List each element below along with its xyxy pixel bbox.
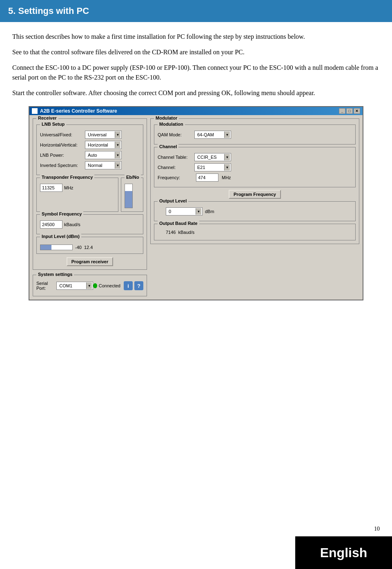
- info-icons: i ?: [124, 281, 143, 290]
- transponder-freq-input[interactable]: [40, 184, 62, 192]
- page-content: This section describes how to make a fir…: [0, 32, 392, 300]
- symbol-freq-unit: kBaud/s: [64, 222, 80, 227]
- win-titlebar: A2B E-series Controller Software _ □ ✕: [29, 107, 363, 115]
- lnb-power-arrow[interactable]: ▼: [115, 152, 120, 158]
- frequency-label: Frequency:: [158, 175, 194, 180]
- serial-port-value: COM1: [58, 283, 86, 288]
- inverted-spectrum-arrow[interactable]: ▼: [115, 162, 120, 169]
- info-icon[interactable]: i: [124, 281, 133, 290]
- qam-mode-value: 64-QAM: [196, 132, 224, 137]
- lnb-power-row: LNB Power: Auto ▼: [40, 151, 140, 159]
- win-title-text: A2B E-series Controller Software: [40, 108, 117, 114]
- lnb-power-select[interactable]: Auto ▼: [85, 151, 122, 159]
- modulation-groupbox: Modulation QAM Mode: 64-QAM ▼: [154, 124, 356, 144]
- restore-button[interactable]: □: [346, 108, 353, 114]
- channel-table-arrow[interactable]: ▼: [224, 154, 230, 160]
- output-level-unit: dBm: [205, 209, 214, 214]
- close-button[interactable]: ✕: [354, 108, 360, 114]
- serial-port-label: Serial Port:: [36, 281, 54, 291]
- universal-fixed-label: Universal/Fixed:: [40, 132, 85, 137]
- channel-title: Channel: [158, 144, 178, 149]
- program-freq-btn-container: Program Frequency: [154, 190, 356, 199]
- frequency-unit: MHz: [222, 175, 231, 180]
- receiver-section: Receiver LNB Setup Universal/Fixed: Univ…: [33, 118, 147, 296]
- frequency-input[interactable]: [196, 173, 218, 182]
- connected-indicator: [93, 283, 97, 288]
- output-level-arrow[interactable]: ▼: [196, 208, 201, 215]
- input-level-value: -40: [75, 245, 82, 250]
- frequency-row: Frequency: MHz: [158, 173, 352, 182]
- input-level-row: -40 12.4: [40, 244, 140, 250]
- ebno-title: Eb/No: [125, 175, 141, 180]
- output-baud-unit: kBaud/s: [178, 230, 194, 235]
- universal-fixed-row: Universal/Fixed: Universal ▼: [40, 131, 140, 139]
- horizontal-vertical-row: Horizontal/Vertical: Horizontal ▼: [40, 141, 140, 149]
- help-icon[interactable]: ?: [134, 281, 143, 290]
- system-settings-title: System settings: [36, 272, 74, 277]
- lnb-setup-title: LNB Setup: [40, 122, 66, 127]
- transponder-freq-groupbox: Transponder Frequency MHz: [36, 178, 118, 212]
- output-level-row: 0 ▼ dBm: [158, 207, 352, 216]
- modulator-groupbox: Modulator Modulation QAM Mode: 64-QAM ▼: [150, 118, 359, 244]
- input-level-value2: 12.4: [84, 245, 93, 250]
- lnb-setup-groupbox: LNB Setup Universal/Fixed: Universal ▼ H…: [36, 124, 143, 175]
- inverted-spectrum-select[interactable]: Normal ▼: [85, 161, 122, 169]
- symbol-freq-input[interactable]: [40, 220, 62, 229]
- universal-fixed-arrow[interactable]: ▼: [115, 131, 120, 138]
- channel-select[interactable]: E21 ▼: [194, 163, 231, 171]
- program-receiver-button[interactable]: Program receiver: [67, 257, 114, 266]
- transponder-freq-row: MHz: [40, 184, 115, 192]
- channel-arrow[interactable]: ▼: [224, 164, 230, 171]
- channel-table-row: Channel Table: CCIR_ES ▼: [158, 153, 352, 161]
- lnb-power-label: LNB Power:: [40, 153, 85, 158]
- ebno-bar: [125, 184, 133, 208]
- horizontal-vertical-value: Horizontal: [86, 142, 115, 147]
- symbol-freq-row: kBaud/s: [40, 220, 140, 229]
- channel-table-select[interactable]: CCIR_ES ▼: [194, 153, 231, 161]
- output-level-value: 0: [167, 209, 196, 214]
- qam-mode-label: QAM Mode:: [158, 132, 194, 137]
- output-baud-row: 7146 kBaud/s: [158, 230, 352, 235]
- horizontal-vertical-label: Horizontal/Vertical:: [40, 142, 85, 147]
- modulator-groupbox-title: Modulator: [154, 116, 179, 120]
- qam-mode-select[interactable]: 64-QAM ▼: [194, 131, 231, 139]
- modulation-title: Modulation: [158, 122, 185, 127]
- channel-table-value: CCIR_ES: [196, 155, 224, 160]
- transponder-freq-title: Transponder Frequency: [40, 175, 94, 180]
- inverted-spectrum-label: Inverted Spectrum:: [40, 163, 85, 168]
- connected-label: Connected: [99, 283, 120, 288]
- receiver-groupbox-title: Receiver: [36, 116, 58, 120]
- receiver-groupbox: Receiver LNB Setup Universal/Fixed: Univ…: [33, 118, 147, 270]
- language-label: English: [320, 545, 368, 560]
- universal-fixed-select[interactable]: Universal ▼: [85, 131, 122, 139]
- minimize-button[interactable]: _: [339, 108, 345, 114]
- system-settings-groupbox: System settings Serial Port: COM1 ▼ Conn…: [33, 275, 147, 296]
- software-screenshot: A2B E-series Controller Software _ □ ✕ R…: [29, 106, 363, 300]
- channel-label: Channel:: [158, 165, 194, 170]
- lnb-power-value: Auto: [86, 153, 115, 158]
- qam-mode-arrow[interactable]: ▼: [224, 131, 230, 138]
- serial-port-arrow[interactable]: ▼: [86, 282, 92, 289]
- universal-fixed-value: Universal: [86, 132, 115, 137]
- program-frequency-button[interactable]: Program Frequency: [229, 190, 281, 199]
- page-number: 10: [374, 526, 380, 532]
- level-bar-fill: [40, 245, 51, 250]
- paragraph-3: Connect the ESC-100 to a DC power supply…: [12, 63, 380, 82]
- ebno-bar-fill: [125, 191, 132, 208]
- serial-port-select[interactable]: COM1 ▼: [56, 282, 93, 290]
- serial-port-row: Serial Port: COM1 ▼ Connected i ?: [36, 281, 143, 291]
- win-body: Receiver LNB Setup Universal/Fixed: Univ…: [29, 115, 363, 300]
- symbol-freq-title: Symbol Frequency: [40, 211, 83, 216]
- channel-value: E21: [196, 165, 224, 170]
- modulator-section: Modulator Modulation QAM Mode: 64-QAM ▼: [150, 118, 359, 296]
- ebno-groupbox: Eb/No: [121, 178, 143, 212]
- transponder-freq-unit: MHz: [64, 185, 74, 190]
- output-level-select[interactable]: 0 ▼: [166, 207, 203, 216]
- channel-groupbox: Channel Channel Table: CCIR_ES ▼ Channel…: [154, 147, 356, 187]
- win-controls[interactable]: _ □ ✕: [339, 108, 360, 114]
- paragraph-4: Start the controller software. After cho…: [12, 88, 380, 98]
- horizontal-vertical-arrow[interactable]: ▼: [115, 142, 120, 148]
- horizontal-vertical-select[interactable]: Horizontal ▼: [85, 141, 122, 149]
- symbol-freq-groupbox: Symbol Frequency kBaud/s: [36, 214, 143, 234]
- channel-row: Channel: E21 ▼: [158, 163, 352, 171]
